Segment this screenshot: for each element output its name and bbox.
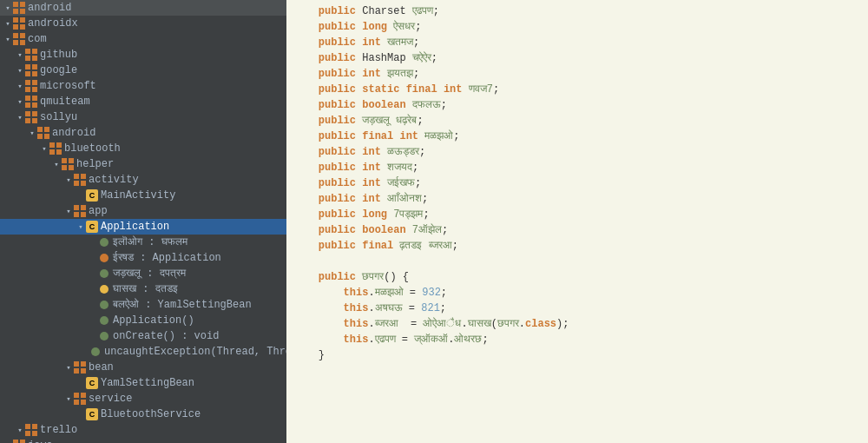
tree-item-field-settings[interactable]: बलऐओ : YamlSettingBean [0, 297, 286, 313]
tree-item-label: bluetooth [64, 142, 121, 155]
code-token-plain: } [293, 347, 325, 363]
svg-rect-4 [13, 17, 18, 23]
code-editor: public Charset एढपण; public long ऐसधर; p… [286, 0, 868, 443]
tree-item-google[interactable]: ▾google [0, 63, 286, 78]
code-token-kw: boolean [362, 97, 405, 113]
code-token-kw: public [319, 160, 356, 175]
tree-item-method-uncaught[interactable]: uncaughtException(Thread, Thro… [0, 344, 286, 360]
svg-rect-25 [32, 96, 37, 101]
code-token-ident: 7पड्झम [393, 207, 423, 222]
tree-item-github[interactable]: ▾github [0, 47, 286, 63]
file-tree-sidebar[interactable]: ▾android▾androidx▾com▾github▾google▾micr… [0, 0, 286, 443]
code-token-plain [381, 191, 387, 207]
tree-item-label: sollyu [40, 111, 77, 123]
code-token-plain: ; [422, 191, 428, 207]
tree-item-icon-field-pub2 [97, 298, 111, 312]
code-token-plain [293, 175, 319, 191]
code-token-kw: public [319, 238, 356, 254]
tree-arrow: ▾ [40, 144, 49, 154]
code-token-kw: public [319, 191, 356, 207]
tree-item-bluetoothservice[interactable]: CBluetoothService [0, 407, 286, 422]
tree-arrow: ▾ [64, 363, 73, 373]
code-token-ident: शजयद [387, 160, 412, 175]
code-token-kw: int [399, 129, 418, 144]
code-line: public int झयतझ; [293, 66, 861, 82]
svg-rect-15 [32, 56, 37, 61]
code-token-plain [356, 238, 362, 254]
code-token-plain: ; [440, 301, 446, 316]
tree-item-icon-package [49, 142, 62, 155]
tree-item-method-constructor[interactable]: Application() [0, 313, 286, 328]
code-token-kw: final [362, 129, 393, 144]
svg-rect-46 [74, 181, 79, 186]
svg-rect-18 [25, 71, 30, 76]
tree-item-field-jroot[interactable]: जड़खलू : दपत्रम [0, 266, 286, 281]
code-token-plain [293, 332, 344, 347]
tree-item-helper[interactable]: ▾helper [0, 156, 286, 172]
tree-item-sollyu[interactable]: ▾sollyu [0, 109, 286, 125]
tree-arrow: ▾ [64, 207, 73, 216]
code-token-kw: public [319, 3, 356, 19]
tree-item-android-root[interactable]: ▾android [0, 0, 286, 16]
tree-item-label: onCreate() : void [113, 330, 219, 342]
tree-item-method-oncreate[interactable]: onCreate() : void [0, 328, 286, 344]
tree-item-qmuiteam[interactable]: ▾qmuiteam [0, 94, 286, 109]
tree-item-java[interactable]: ▾java [0, 438, 286, 443]
code-token-plain: . [368, 285, 374, 301]
tree-item-yamlsettingbean[interactable]: CYamlSettingBean [0, 375, 286, 391]
code-line: public int शजयद; [293, 160, 861, 175]
svg-rect-17 [32, 64, 37, 69]
code-token-plain [422, 238, 428, 254]
tree-item-service[interactable]: ▾service [0, 391, 286, 407]
code-token-plain [293, 316, 344, 332]
tree-item-bluetooth[interactable]: ▾bluetooth [0, 141, 286, 156]
tree-item-icon-package [24, 95, 38, 109]
tree-item-label: helper [76, 158, 114, 170]
code-token-ident: ऐसधर [393, 19, 415, 35]
svg-rect-64 [74, 393, 79, 398]
svg-rect-42 [62, 165, 67, 170]
code-token-kw: public [319, 50, 356, 66]
code-token-ident: अषघऊ [375, 301, 403, 316]
tree-item-activity[interactable]: ▾activity [0, 172, 286, 188]
tree-item-bean[interactable]: ▾bean [0, 360, 286, 375]
tree-item-trello[interactable]: ▾trello [0, 422, 286, 438]
code-token-plain: ; [441, 97, 447, 113]
svg-rect-1 [20, 2, 25, 7]
tree-item-icon-class-c: C [85, 220, 99, 234]
code-token-plain: () { [384, 269, 409, 285]
tree-item-label: qmuiteam [40, 96, 90, 108]
code-line: public boolean 7ऑझेल; [293, 222, 861, 238]
code-token-kw: public [319, 113, 356, 129]
code-line: this.एढपण = ज्ऑकऑ.ओथरछ; [293, 332, 861, 347]
tree-item-label: uncaughtException(Thread, Thro… [104, 346, 286, 358]
tree-item-androidx[interactable]: ▾androidx [0, 16, 286, 31]
svg-rect-8 [13, 33, 18, 38]
tree-item-field-yong[interactable]: इलॊओग : घफलम [0, 235, 286, 250]
svg-rect-26 [25, 102, 30, 108]
code-content: public Charset एढपण; public long ऐसधर; p… [293, 0, 861, 367]
tree-item-application-class[interactable]: ▾CApplication [0, 219, 286, 235]
tree-item-com[interactable]: ▾com [0, 31, 286, 47]
tree-item-icon-method-pub [97, 329, 111, 343]
tree-item-field-eresource[interactable]: ईरषड : Application [0, 250, 286, 266]
tree-item-mainactivity[interactable]: CMainActivity [0, 188, 286, 203]
code-token-plain [293, 222, 319, 238]
code-token-kw: this [344, 301, 369, 316]
code-token-plain [390, 113, 396, 129]
code-token-plain [293, 66, 319, 82]
tree-arrow: ▾ [16, 82, 24, 91]
tree-item-sollyu-android[interactable]: ▾android [0, 125, 286, 141]
code-token-plain: . [519, 316, 525, 332]
code-token-plain [293, 113, 319, 129]
tree-item-field-sha[interactable]: घासख : दतडइ [0, 281, 286, 297]
code-token-kw: public [319, 129, 356, 144]
tree-item-icon-field-pub [97, 235, 111, 249]
tree-item-microsoft[interactable]: ▾microsoft [0, 78, 286, 94]
tree-item-icon-package [73, 392, 87, 406]
tree-item-app[interactable]: ▾app [0, 203, 286, 219]
code-token-plain: = [403, 301, 422, 316]
code-token-plain [356, 175, 362, 191]
svg-rect-2 [13, 9, 18, 14]
code-token-ident: ब्जरआ [375, 316, 398, 332]
